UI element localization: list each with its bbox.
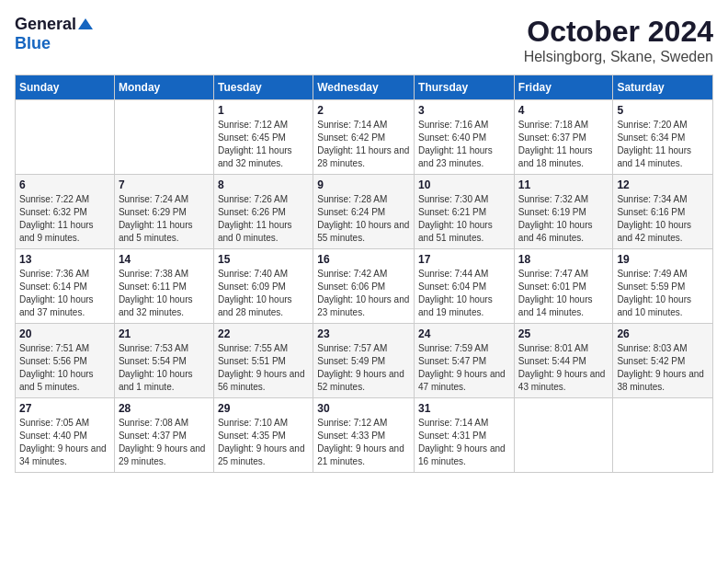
day-info: Sunrise: 7:55 AMSunset: 5:51 PMDaylight:… <box>218 342 309 394</box>
day-info: Sunrise: 7:44 AMSunset: 6:04 PMDaylight:… <box>418 268 510 319</box>
header-day-friday: Friday <box>514 75 613 100</box>
day-number: 1 <box>218 104 309 117</box>
calendar-cell: 22Sunrise: 7:55 AMSunset: 5:51 PMDayligh… <box>213 324 313 398</box>
day-number: 9 <box>317 178 410 191</box>
day-number: 31 <box>418 402 510 415</box>
calendar-cell: 24Sunrise: 7:59 AMSunset: 5:47 PMDayligh… <box>415 324 515 398</box>
calendar-cell: 26Sunrise: 8:03 AMSunset: 5:42 PMDayligh… <box>613 324 713 398</box>
day-number: 6 <box>19 178 110 191</box>
calendar-cell: 15Sunrise: 7:40 AMSunset: 6:09 PMDayligh… <box>213 249 313 324</box>
day-info: Sunrise: 7:49 AMSunset: 5:59 PMDaylight:… <box>617 268 709 319</box>
day-number: 8 <box>218 178 309 191</box>
day-number: 3 <box>418 104 510 117</box>
day-info: Sunrise: 7:12 AMSunset: 6:45 PMDaylight:… <box>218 119 309 170</box>
calendar-cell: 7Sunrise: 7:24 AMSunset: 6:29 PMDaylight… <box>114 175 213 249</box>
calendar-cell: 31Sunrise: 7:14 AMSunset: 4:31 PMDayligh… <box>415 398 515 473</box>
calendar-cell: 13Sunrise: 7:36 AMSunset: 6:14 PMDayligh… <box>16 249 115 324</box>
day-number: 27 <box>19 402 110 415</box>
calendar-cell: 12Sunrise: 7:34 AMSunset: 6:16 PMDayligh… <box>613 175 713 249</box>
day-number: 17 <box>418 253 510 266</box>
day-info: Sunrise: 7:12 AMSunset: 4:33 PMDaylight:… <box>317 417 410 468</box>
day-number: 11 <box>518 178 609 191</box>
header-day-tuesday: Tuesday <box>213 75 313 100</box>
day-number: 15 <box>218 253 309 266</box>
calendar-week-row: 13Sunrise: 7:36 AMSunset: 6:14 PMDayligh… <box>16 249 713 324</box>
day-number: 14 <box>119 253 210 266</box>
day-info: Sunrise: 7:57 AMSunset: 5:49 PMDaylight:… <box>317 342 410 394</box>
day-number: 20 <box>19 327 110 340</box>
header-day-wednesday: Wednesday <box>313 75 415 100</box>
day-number: 26 <box>617 327 709 340</box>
day-info: Sunrise: 7:05 AMSunset: 4:40 PMDaylight:… <box>19 417 110 468</box>
calendar-cell <box>16 100 115 175</box>
calendar-week-row: 6Sunrise: 7:22 AMSunset: 6:32 PMDaylight… <box>16 175 713 249</box>
day-info: Sunrise: 7:28 AMSunset: 6:24 PMDaylight:… <box>317 193 410 245</box>
calendar-cell <box>114 100 213 175</box>
day-info: Sunrise: 7:36 AMSunset: 6:14 PMDaylight:… <box>19 268 110 319</box>
day-info: Sunrise: 7:38 AMSunset: 6:11 PMDaylight:… <box>119 268 210 319</box>
day-number: 21 <box>119 327 210 340</box>
calendar-cell: 30Sunrise: 7:12 AMSunset: 4:33 PMDayligh… <box>313 398 415 473</box>
day-info: Sunrise: 7:08 AMSunset: 4:37 PMDaylight:… <box>119 417 210 468</box>
day-number: 12 <box>617 178 709 191</box>
calendar-cell: 28Sunrise: 7:08 AMSunset: 4:37 PMDayligh… <box>114 398 213 473</box>
calendar-cell <box>613 398 713 473</box>
day-number: 29 <box>218 402 309 415</box>
calendar-cell: 21Sunrise: 7:53 AMSunset: 5:54 PMDayligh… <box>114 324 213 398</box>
day-info: Sunrise: 7:47 AMSunset: 6:01 PMDaylight:… <box>518 268 609 319</box>
day-info: Sunrise: 7:32 AMSunset: 6:19 PMDaylight:… <box>518 193 609 245</box>
day-info: Sunrise: 7:42 AMSunset: 6:06 PMDaylight:… <box>317 268 410 319</box>
calendar-cell: 20Sunrise: 7:51 AMSunset: 5:56 PMDayligh… <box>16 324 115 398</box>
day-info: Sunrise: 7:26 AMSunset: 6:26 PMDaylight:… <box>218 193 309 245</box>
calendar-cell: 11Sunrise: 7:32 AMSunset: 6:19 PMDayligh… <box>514 175 613 249</box>
calendar-week-row: 27Sunrise: 7:05 AMSunset: 4:40 PMDayligh… <box>16 398 713 473</box>
day-number: 24 <box>418 327 510 340</box>
header-day-saturday: Saturday <box>613 75 713 100</box>
calendar-cell <box>514 398 613 473</box>
calendar-cell: 18Sunrise: 7:47 AMSunset: 6:01 PMDayligh… <box>514 249 613 324</box>
calendar-cell: 19Sunrise: 7:49 AMSunset: 5:59 PMDayligh… <box>613 249 713 324</box>
calendar-table: SundayMondayTuesdayWednesdayThursdayFrid… <box>15 75 713 473</box>
calendar-cell: 23Sunrise: 7:57 AMSunset: 5:49 PMDayligh… <box>313 324 415 398</box>
calendar-cell: 10Sunrise: 7:30 AMSunset: 6:21 PMDayligh… <box>415 175 515 249</box>
calendar-week-row: 20Sunrise: 7:51 AMSunset: 5:56 PMDayligh… <box>16 324 713 398</box>
calendar-cell: 3Sunrise: 7:16 AMSunset: 6:40 PMDaylight… <box>415 100 515 175</box>
calendar-cell: 1Sunrise: 7:12 AMSunset: 6:45 PMDaylight… <box>213 100 313 175</box>
page-header: General Blue October 2024 Helsingborg, S… <box>15 15 713 65</box>
day-number: 22 <box>218 327 309 340</box>
logo-icon <box>78 17 93 31</box>
day-info: Sunrise: 7:14 AMSunset: 6:42 PMDaylight:… <box>317 119 410 170</box>
calendar-cell: 29Sunrise: 7:10 AMSunset: 4:35 PMDayligh… <box>213 398 313 473</box>
logo: General Blue <box>15 15 93 53</box>
day-info: Sunrise: 7:53 AMSunset: 5:54 PMDaylight:… <box>119 342 210 394</box>
day-info: Sunrise: 8:01 AMSunset: 5:44 PMDaylight:… <box>518 342 609 394</box>
day-info: Sunrise: 7:14 AMSunset: 4:31 PMDaylight:… <box>418 417 510 468</box>
calendar-cell: 25Sunrise: 8:01 AMSunset: 5:44 PMDayligh… <box>514 324 613 398</box>
day-info: Sunrise: 7:51 AMSunset: 5:56 PMDaylight:… <box>19 342 110 394</box>
logo-general-text: General <box>15 15 76 34</box>
calendar-cell: 4Sunrise: 7:18 AMSunset: 6:37 PMDaylight… <box>514 100 613 175</box>
day-number: 18 <box>518 253 609 266</box>
calendar-cell: 9Sunrise: 7:28 AMSunset: 6:24 PMDaylight… <box>313 175 415 249</box>
day-number: 23 <box>317 327 410 340</box>
day-info: Sunrise: 7:40 AMSunset: 6:09 PMDaylight:… <box>218 268 309 319</box>
day-info: Sunrise: 7:24 AMSunset: 6:29 PMDaylight:… <box>119 193 210 245</box>
calendar-cell: 17Sunrise: 7:44 AMSunset: 6:04 PMDayligh… <box>415 249 515 324</box>
day-number: 25 <box>518 327 609 340</box>
calendar-cell: 5Sunrise: 7:20 AMSunset: 6:34 PMDaylight… <box>613 100 713 175</box>
day-number: 10 <box>418 178 510 191</box>
day-info: Sunrise: 7:34 AMSunset: 6:16 PMDaylight:… <box>617 193 709 245</box>
day-number: 19 <box>617 253 709 266</box>
day-number: 30 <box>317 402 410 415</box>
calendar-header-row: SundayMondayTuesdayWednesdayThursdayFrid… <box>16 75 713 100</box>
day-number: 2 <box>317 104 410 117</box>
calendar-week-row: 1Sunrise: 7:12 AMSunset: 6:45 PMDaylight… <box>16 100 713 175</box>
day-info: Sunrise: 7:18 AMSunset: 6:37 PMDaylight:… <box>518 119 609 170</box>
location-title: Helsingborg, Skane, Sweden <box>524 49 713 65</box>
calendar-cell: 16Sunrise: 7:42 AMSunset: 6:06 PMDayligh… <box>313 249 415 324</box>
day-info: Sunrise: 7:59 AMSunset: 5:47 PMDaylight:… <box>418 342 510 394</box>
calendar-cell: 27Sunrise: 7:05 AMSunset: 4:40 PMDayligh… <box>16 398 115 473</box>
calendar-cell: 8Sunrise: 7:26 AMSunset: 6:26 PMDaylight… <box>213 175 313 249</box>
header-day-thursday: Thursday <box>415 75 515 100</box>
logo-blue-text: Blue <box>15 34 51 53</box>
